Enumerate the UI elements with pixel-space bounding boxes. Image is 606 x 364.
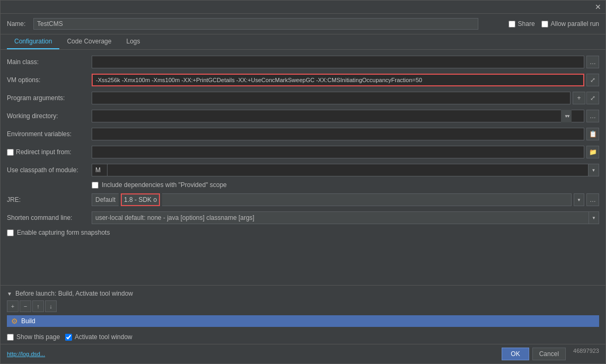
redirect-input-label: Redirect input from: [7, 148, 92, 156]
classpath-dropdown-button[interactable]: ▼ [589, 164, 599, 176]
jre-browse-button[interactable]: … [586, 193, 599, 206]
tab-code-coverage[interactable]: Code Coverage [59, 34, 119, 49]
main-class-browse-button[interactable]: … [586, 56, 599, 68]
shorten-cmd-row: Shorten command line: ▼ [7, 211, 599, 225]
working-dir-label: Working directory: [7, 112, 92, 120]
redirect-input-field: 📁 [92, 146, 599, 158]
tab-logs[interactable]: Logs [119, 34, 147, 49]
tab-configuration[interactable]: Configuration [7, 34, 59, 49]
jre-prefix: Default [92, 193, 119, 206]
before-launch-title: Before launch: Build, Activate tool wind… [15, 290, 133, 297]
enable-capturing-label: Enable capturing form snapshots [17, 229, 110, 236]
share-checkbox[interactable] [509, 21, 515, 28]
shorten-cmd-label: Shorten command line: [7, 214, 92, 221]
before-launch-move-up-button[interactable]: ↑ [32, 300, 44, 312]
name-label: Name: [7, 20, 28, 28]
program-args-label: Program arguments: [7, 94, 92, 102]
bottom-row: Show this page Activate tool window [1, 330, 605, 344]
build-label: Build [21, 317, 35, 325]
jre-sdk-highlight: 1.8 - SDK o [121, 193, 160, 206]
vm-options-row: VM options: ⤢ [7, 73, 599, 87]
parallel-checkbox-label[interactable]: Allow parallel run [541, 20, 599, 28]
main-class-field: … [92, 56, 599, 68]
env-vars-edit-button[interactable]: 📋 [586, 128, 599, 140]
redirect-input-text: Redirect input from: [16, 148, 72, 156]
vm-options-field: ⤢ [92, 74, 599, 86]
program-args-add-button[interactable]: + [573, 92, 585, 104]
program-args-row: Program arguments: + ⤢ [7, 91, 599, 105]
footer-id: 46897923 [573, 348, 599, 360]
classpath-label: Use classpath of module: [7, 166, 92, 174]
redirect-input-browse-button[interactable]: 📁 [586, 146, 599, 158]
program-args-buttons: + ⤢ [573, 92, 599, 104]
classpath-module-input[interactable] [108, 164, 589, 176]
enable-capturing-row: Enable capturing form snapshots [7, 229, 599, 236]
activate-tool-window-label[interactable]: Activate tool window [65, 333, 132, 341]
close-button[interactable]: ✕ [595, 3, 601, 11]
share-checkbox-label[interactable]: Share [509, 20, 535, 28]
shorten-select-wrapper: ▼ [92, 211, 599, 224]
activate-tool-window-text: Activate tool window [75, 333, 132, 341]
working-dir-field: ▼ … [92, 110, 599, 122]
jre-row: JRE: Default 1.8 - SDK o ▼ … [7, 193, 599, 207]
parallel-checkbox[interactable] [541, 21, 548, 28]
title-bar: ✕ [1, 1, 605, 14]
working-dir-dropdown-button[interactable]: ▼ [561, 110, 572, 122]
show-page-checkbox[interactable] [7, 334, 14, 341]
footer-link[interactable]: http://log.dsd... [7, 351, 45, 357]
name-row: Name: Share Allow parallel run [1, 14, 605, 34]
parallel-label: Allow parallel run [551, 20, 599, 28]
working-dir-row: Working directory: ▼ … [7, 109, 599, 123]
share-label: Share [518, 20, 535, 28]
main-class-row: Main class: … [7, 55, 599, 69]
build-item[interactable]: ⚙ Build [7, 315, 599, 327]
module-prefix: M [92, 164, 108, 176]
program-args-input[interactable] [92, 92, 571, 104]
cancel-button[interactable]: Cancel [532, 348, 566, 360]
activate-tool-window-checkbox[interactable] [65, 334, 72, 341]
shorten-cmd-dropdown-button[interactable]: ▼ [589, 211, 599, 224]
name-controls: Share Allow parallel run [509, 20, 599, 28]
collapse-arrow[interactable]: ▼ [7, 291, 12, 297]
env-vars-input[interactable] [92, 128, 584, 140]
env-vars-field: 📋 [92, 128, 599, 140]
shorten-cmd-field: ▼ [92, 211, 599, 224]
include-deps-label: Include dependencies with "Provided" sco… [102, 181, 227, 189]
before-launch-section: ▼ Before launch: Build, Activate tool wi… [1, 285, 605, 330]
tabs: Configuration Code Coverage Logs [1, 34, 605, 50]
jre-field: Default 1.8 - SDK o ▼ … [92, 193, 599, 206]
jre-label: JRE: [7, 196, 92, 203]
env-vars-row: Environment variables: 📋 [7, 127, 599, 141]
env-vars-label: Environment variables: [7, 130, 92, 138]
before-launch-add-button[interactable]: + [7, 300, 19, 312]
vm-options-input[interactable] [92, 74, 584, 86]
main-class-input[interactable] [92, 56, 584, 68]
before-launch-move-down-button[interactable]: ↓ [45, 300, 57, 312]
before-launch-remove-button[interactable]: − [20, 300, 31, 312]
working-dir-input[interactable] [92, 110, 584, 122]
show-page-label[interactable]: Show this page [7, 333, 60, 341]
footer: http://log.dsd... OK Cancel 46897923 [1, 344, 605, 363]
classpath-field: M ▼ [92, 164, 599, 176]
run-config-dialog: ✕ Name: Share Allow parallel run Configu… [0, 0, 606, 364]
jre-input[interactable] [162, 193, 572, 206]
jre-dropdown-button[interactable]: ▼ [574, 193, 584, 206]
redirect-input-checkbox[interactable] [7, 149, 14, 156]
vm-options-expand-button[interactable]: ⤢ [586, 74, 599, 86]
program-args-expand-button[interactable]: ⤢ [586, 92, 599, 104]
before-launch-header: ▼ Before launch: Build, Activate tool wi… [7, 290, 599, 297]
working-dir-browse-button[interactable]: … [586, 110, 599, 122]
main-class-label: Main class: [7, 58, 92, 66]
before-launch-toolbar: + − ↑ ↓ [7, 300, 599, 312]
redirect-input-input[interactable] [92, 146, 584, 158]
ok-button[interactable]: OK [502, 348, 529, 360]
enable-capturing-checkbox[interactable] [7, 229, 14, 236]
classpath-row: Use classpath of module: M ▼ [7, 163, 599, 177]
redirect-input-row: Redirect input from: 📁 [7, 145, 599, 159]
include-deps-row: Include dependencies with "Provided" sco… [92, 181, 599, 189]
vm-options-label: VM options: [7, 76, 92, 84]
shorten-cmd-input[interactable] [92, 211, 589, 224]
include-deps-checkbox[interactable] [92, 182, 99, 189]
footer-buttons: OK Cancel 46897923 [502, 348, 599, 360]
name-input[interactable] [33, 18, 478, 30]
